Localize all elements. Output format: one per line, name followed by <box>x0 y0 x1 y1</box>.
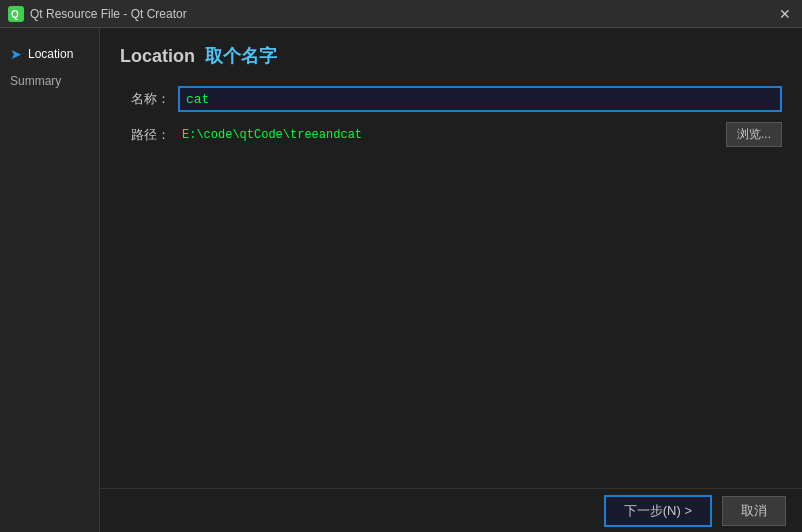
bottom-bar: 下一步(N) > 取消 <box>100 488 802 532</box>
sidebar-item-summary[interactable]: Summary <box>0 68 99 94</box>
arrow-icon: ➤ <box>10 46 22 62</box>
name-row: 名称： <box>120 86 782 112</box>
name-input[interactable] <box>178 86 782 112</box>
path-label: 路径： <box>120 126 170 144</box>
title-bar-left: Q Qt Resource File - Qt Creator <box>8 6 187 22</box>
next-button[interactable]: 下一步(N) > <box>604 495 712 527</box>
svg-text:Q: Q <box>11 9 19 20</box>
content-title-zh: 取个名字 <box>205 44 277 68</box>
content-header: Location 取个名字 <box>120 44 782 68</box>
sidebar-label-summary: Summary <box>10 74 61 88</box>
sidebar-item-location[interactable]: ➤ Location <box>0 40 99 68</box>
app-icon: Q <box>8 6 24 22</box>
content-title-en: Location <box>120 46 195 67</box>
cancel-button[interactable]: 取消 <box>722 496 786 526</box>
path-value: E:\code\qtCode\treeandcat <box>178 126 718 144</box>
close-button[interactable]: ✕ <box>776 5 794 23</box>
browse-button[interactable]: 浏览... <box>726 122 782 147</box>
title-bar: Q Qt Resource File - Qt Creator ✕ <box>0 0 802 28</box>
dialog-body: ➤ Location Summary Location 取个名字 名称： 路径：… <box>0 28 802 532</box>
main-content: Location 取个名字 名称： 路径： E:\code\qtCode\tre… <box>100 28 802 532</box>
name-label: 名称： <box>120 90 170 108</box>
title-bar-text: Qt Resource File - Qt Creator <box>30 7 187 21</box>
sidebar: ➤ Location Summary <box>0 28 100 532</box>
sidebar-label-location: Location <box>28 47 73 61</box>
path-row: 路径： E:\code\qtCode\treeandcat 浏览... <box>120 122 782 147</box>
